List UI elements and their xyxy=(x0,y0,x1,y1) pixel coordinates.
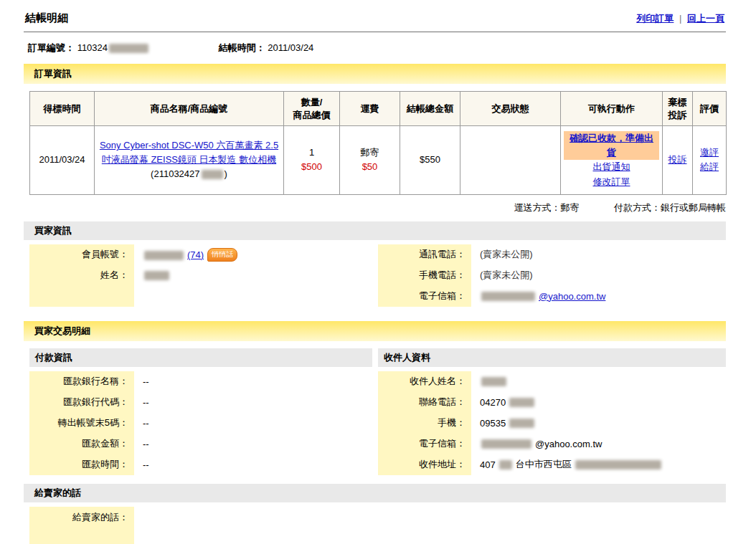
cell-rating: 邀評 給評 xyxy=(693,126,727,195)
transaction-detail-banner: 買家交易明細 xyxy=(24,321,726,341)
message-value xyxy=(134,507,726,544)
order-meta: 訂單編號： 110324 結帳時間： 2011/03/24 xyxy=(24,32,726,61)
recipient-address-zip: 407 xyxy=(480,459,496,470)
recipient-name-row: 收件人姓名： xyxy=(378,371,726,392)
buyer-info-left-col: 會員帳號： (74) 悄悄話 姓名： xyxy=(29,244,378,307)
ship-notice-link[interactable]: 出貨通知 xyxy=(593,161,630,172)
payment-row: 匯款銀行代碼： -- xyxy=(29,392,372,413)
redacted-recipient-mobile xyxy=(509,419,534,428)
col-header-product: 商品名稱/商品編號 xyxy=(95,92,284,126)
buyer-email-label: 電子信箱： xyxy=(378,286,471,307)
buyer-mobile-row: 手機電話： (賣家未公開) xyxy=(378,265,726,286)
order-table-header-row: 得標時間 商品名稱/商品編號 數量/ 商品總價 運費 結帳總金額 交易狀態 可執… xyxy=(30,92,727,126)
payment-row: 轉出帳號末5碼： -- xyxy=(29,413,372,434)
buyer-phone-label: 通訊電話： xyxy=(378,244,471,265)
remit-amount-label: 匯款金額： xyxy=(29,434,134,454)
whisper-icon[interactable]: 悄悄話 xyxy=(207,248,237,262)
modify-order-link[interactable]: 修改訂單 xyxy=(593,176,630,187)
recipient-col: 收件人姓名： 聯絡電話： 04270 手機： 09535 電子信箱： @yaho… xyxy=(378,371,726,475)
col-header-status: 交易狀態 xyxy=(460,92,561,126)
remit-time-label: 匯款時間： xyxy=(29,454,134,475)
order-number-value: 110324 xyxy=(77,42,108,53)
table-note: 運送方式：郵寄 付款方式：銀行或郵局轉帳 xyxy=(24,195,726,217)
recipient-email-row: 電子信箱： @yahoo.com.tw xyxy=(378,434,726,454)
payment-method-note: 付款方式：銀行或郵局轉帳 xyxy=(614,202,726,213)
recipient-address-label: 收件地址： xyxy=(378,454,471,475)
col-header-win-time: 得標時間 xyxy=(30,92,95,126)
complaint-link[interactable]: 投訴 xyxy=(668,154,687,165)
print-order-link[interactable]: 列印訂單 xyxy=(636,13,674,24)
cell-product: Sony Cyber-shot DSC-W50 六百萬畫素 2.5吋液晶螢幕 Z… xyxy=(95,126,284,195)
link-separator: | xyxy=(679,13,681,24)
payment-info-header: 付款資訊 xyxy=(29,348,372,367)
checkout-detail-page: 結帳明細 列印訂單 | 回上一頁 訂單編號： 110324 結帳時間： 2011… xyxy=(24,0,726,544)
order-table: 得標時間 商品名稱/商品編號 數量/ 商品總價 運費 結帳總金額 交易狀態 可執… xyxy=(29,91,727,195)
cell-status xyxy=(460,126,561,195)
buyer-rating-link[interactable]: (74) xyxy=(187,249,204,260)
recipient-address-district: 台中市西屯區 xyxy=(516,458,572,471)
buyer-name-row: 姓名： xyxy=(29,265,378,286)
order-table-row: 2011/03/24 Sony Cyber-shot DSC-W50 六百萬畫素… xyxy=(30,126,727,195)
col-header-actions: 可執行動作 xyxy=(561,92,663,126)
invite-rating-link[interactable]: 邀評 xyxy=(700,147,719,158)
cell-qty-total: 1 $500 xyxy=(284,126,340,195)
shipping-method-note: 運送方式：郵寄 xyxy=(514,202,579,213)
ship-method-value: 郵寄 xyxy=(343,145,397,160)
page-title: 結帳明細 xyxy=(25,11,68,25)
bank-name-value: -- xyxy=(134,376,149,387)
account-last5-value: -- xyxy=(134,418,149,429)
buyer-email-link[interactable]: @yahoo.com.tw xyxy=(539,291,605,302)
buyer-account-row: 會員帳號： (74) 悄悄話 xyxy=(29,244,378,265)
recipient-mobile-label: 手機： xyxy=(378,413,471,434)
recipient-phone-value: 04270 xyxy=(480,397,506,408)
give-rating-link[interactable]: 給評 xyxy=(700,161,719,172)
cell-actions: 確認已收款，準備出貨 出貨通知 修改訂單 xyxy=(561,126,663,195)
bank-code-label: 匯款銀行代碼： xyxy=(29,392,134,413)
buyer-info-header: 買家資訊 xyxy=(24,221,726,240)
confirm-payment-action-link[interactable]: 確認已收款，準備出貨 xyxy=(564,131,659,160)
buyer-account-link[interactable] xyxy=(143,249,185,260)
redacted-recipient-email xyxy=(481,439,531,449)
col-header-rating: 評價 xyxy=(693,92,727,126)
col-header-checkout-total: 結帳總金額 xyxy=(400,92,460,126)
buyer-mobile-label: 手機電話： xyxy=(378,265,471,286)
product-link[interactable]: Sony Cyber-shot DSC-W50 六百萬畫素 2.5吋液晶螢幕 Z… xyxy=(100,140,278,165)
account-last5-label: 轉出帳號末5碼： xyxy=(29,413,134,434)
redacted-recipient-name xyxy=(481,377,506,386)
recipient-mobile-row: 手機： 09535 xyxy=(378,413,726,434)
buyer-mobile-value: (賣家未公開) xyxy=(471,269,533,282)
item-total-value: $500 xyxy=(287,160,336,174)
buyer-info-right-col: 通訊電話： (賣家未公開) 手機電話： (賣家未公開) 電子信箱： @yahoo… xyxy=(378,244,726,307)
buyer-info-grid: 會員帳號： (74) 悄悄話 姓名： 通訊電話： (賣家未公開) 手機 xyxy=(29,244,726,307)
cell-checkout-total: $550 xyxy=(400,126,460,195)
recipient-email-label: 電子信箱： xyxy=(378,434,471,454)
ship-fee-value: $50 xyxy=(343,160,397,174)
buyer-name-label: 姓名： xyxy=(29,265,134,286)
checkout-time-label: 結帳時間： xyxy=(219,42,265,53)
recipient-mobile-value: 09535 xyxy=(480,418,506,429)
remit-amount-value: -- xyxy=(134,439,149,449)
order-number-label: 訂單編號： xyxy=(28,42,75,53)
product-id-prefix: (211032427 xyxy=(151,168,199,179)
redacted-buyer-name xyxy=(144,271,169,280)
recipient-email-domain: @yahoo.com.tw xyxy=(535,439,602,449)
back-link[interactable]: 回上一頁 xyxy=(687,13,724,24)
quantity-value: 1 xyxy=(287,145,336,160)
message-section-header: 給賣家的話 xyxy=(24,484,726,502)
payment-row: 匯款銀行名稱： -- xyxy=(29,371,372,392)
top-bar: 結帳明細 列印訂單 | 回上一頁 xyxy=(24,11,726,32)
col-header-complaint: 棄標 投訴 xyxy=(663,92,693,126)
cell-complaint: 投訴 xyxy=(663,126,693,195)
recipient-info-header: 收件人資料 xyxy=(378,348,726,367)
redacted-recipient-phone xyxy=(509,398,534,407)
redacted-buyer-email xyxy=(481,292,535,301)
payment-row: 匯款金額： -- xyxy=(29,434,372,454)
cell-win-time: 2011/03/24 xyxy=(30,126,95,195)
bank-code-value: -- xyxy=(134,397,149,408)
col-header-qty-total: 數量/ 商品總價 xyxy=(284,92,340,126)
recipient-phone-label: 聯絡電話： xyxy=(378,392,471,413)
payment-row: 匯款時間： -- xyxy=(29,454,372,475)
buyer-filler-label xyxy=(29,286,134,307)
buyer-phone-row: 通訊電話： (賣家未公開) xyxy=(378,244,726,265)
recipient-address-row: 收件地址： 407台中市西屯區 xyxy=(378,454,726,475)
